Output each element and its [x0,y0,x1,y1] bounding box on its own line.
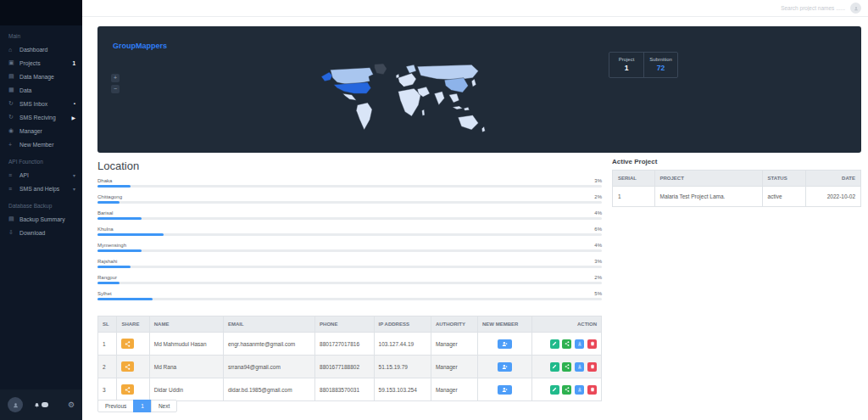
col-email: EMAIL [223,316,314,333]
progress-fill [97,217,142,220]
cell-name: Md Mahmudul Hasan [149,333,223,356]
pagination-page-1[interactable]: 1 [133,400,152,412]
progress-track [97,233,602,236]
profile-avatar[interactable] [850,3,861,14]
cell-ip: 51.15.19.79 [374,356,431,378]
data-icon: ▦ [8,87,19,93]
download-button[interactable] [575,339,584,349]
map-country [342,93,356,100]
share-button[interactable] [121,384,134,395]
map-country [356,103,372,130]
members-table: SL SHARE NAME EMAIL PHONE IP ADDRESS AUT… [97,316,602,401]
user-plus-icon [502,364,508,370]
sidebar-item-sms-and-helps[interactable]: ≡ SMS and Helps ▾ [0,182,82,195]
sidebar-item-download[interactable]: ⇩ Download [0,226,82,239]
share-button[interactable] [121,361,134,372]
cell-phone: 8801727017816 [315,333,375,356]
cell-authority: Manager [431,356,477,378]
sidebar-item-data-manage[interactable]: ▤ Data Manage [0,70,82,83]
new-member-button[interactable] [498,385,512,395]
map-title: GroupMappers [113,42,167,50]
sidebar-item-label: API [19,172,73,178]
forward-button[interactable] [562,362,571,372]
delete-button[interactable] [587,339,597,349]
location-label: Mymensingh [97,243,126,248]
sidebar-item-sms-inbox[interactable]: ↻ SMS Inbox ▪ [0,97,82,110]
sidebar-section-api-function: API Founction [0,151,82,168]
sidebar-item-sms-receiving[interactable]: ↻ SMS Reciving ▶ [0,110,82,124]
settings-gear-icon[interactable]: ⚙ [68,400,75,409]
sms-inbox-icon: ↻ [8,100,19,107]
location-row: Mymensingh4% [97,243,602,252]
sidebar-item-api[interactable]: ≡ API ▾ [0,168,82,182]
data-manage-icon: ▤ [8,73,19,80]
pagination-next[interactable]: Next [151,400,177,412]
location-pct: 2% [594,194,602,199]
api-icon: ≡ [8,172,19,178]
map-country [331,68,374,85]
location-row: Rajshahi3% [97,259,602,268]
sidebar-footer: ⚙ [0,389,82,420]
topbar [82,0,868,17]
edit-button[interactable] [550,385,559,395]
stat-project: Project 1 [609,53,643,77]
location-pct: 3% [594,259,602,264]
progress-fill [97,282,120,284]
delete-button[interactable] [587,385,597,395]
col-status: STATUS [762,171,805,187]
share-icon [125,387,131,393]
map-country [471,79,476,87]
sidebar-item-label: New Member [19,142,75,148]
col-serial: SERIAL [613,171,655,187]
zoom-in-button[interactable]: + [111,74,120,82]
new-member-button[interactable] [498,339,512,349]
edit-button[interactable] [550,362,559,372]
pagination-previous[interactable]: Previous [97,400,134,412]
sidebar-item-dashboard[interactable]: ⌂ Dashboard [0,42,82,56]
download-icon [577,341,582,346]
user-plus-icon [502,387,508,393]
user-avatar[interactable] [8,397,23,412]
bell-icon[interactable] [34,402,48,408]
sidebar-item-label: Backup Summary [19,216,75,222]
sidebar-item-label: Download [19,230,75,236]
send-icon: ▶ [71,115,75,120]
trash-icon [590,341,595,346]
new-member-button[interactable] [498,362,512,372]
delete-button[interactable] [587,362,597,372]
sidebar-item-manager[interactable]: ◉ Manager [0,124,82,137]
sms-receiving-icon: ↻ [8,114,19,120]
pencil-icon [552,387,557,392]
map-country [458,115,478,130]
notification-badge [42,402,48,407]
share-button[interactable] [121,339,134,349]
cell-ip: 59.153.103.254 [374,378,431,401]
download-button[interactable] [575,362,584,372]
manager-icon: ◉ [8,127,19,134]
sidebar-logo-area [0,0,82,25]
zoom-out-button[interactable]: − [111,85,120,93]
forward-button[interactable] [562,385,571,395]
progress-fill [97,233,164,236]
table-row: 1 Md Mahmudul Hasan engr.hasanmte@gmail.… [98,333,602,356]
sidebar-item-backup-summary[interactable]: ▤ Backup Summary [0,212,82,226]
col-ip: IP ADDRESS [374,316,431,333]
sidebar-item-new-member[interactable]: + New Member [0,137,82,151]
edit-button[interactable] [550,339,559,349]
lock-icon: ▪ [74,101,75,106]
map-zoom-controls: + − [111,74,120,96]
sidebar-item-data[interactable]: ▦ Data [0,83,82,97]
table-header-row: SL SHARE NAME EMAIL PHONE IP ADDRESS AUT… [98,316,602,333]
location-row: Sylhet5% [97,291,602,300]
plus-icon: + [8,142,19,148]
user-plus-icon [502,341,508,347]
trash-icon [590,364,595,369]
progress-fill [97,266,131,268]
download-button[interactable] [575,385,584,395]
sidebar-item-projects[interactable]: ▣ Projects 1 [0,56,82,70]
download-icon [577,387,582,392]
search-input[interactable] [735,5,845,11]
forward-button[interactable] [562,339,571,349]
world-map[interactable] [288,62,517,147]
map-country [375,64,387,75]
